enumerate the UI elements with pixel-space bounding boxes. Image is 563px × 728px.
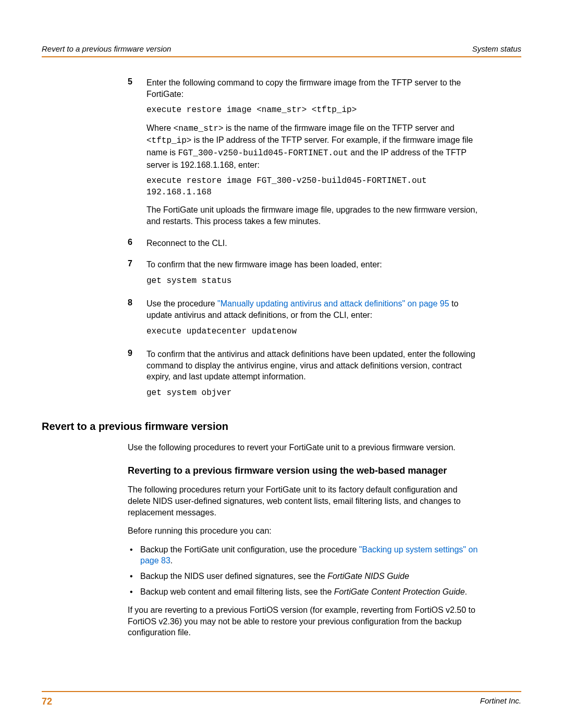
inline-code: FGT_300-v250-build045-FORTINET.out: [178, 149, 348, 158]
step-number: 8: [128, 298, 146, 343]
step5-p3: The FortiGate unit uploads the firmware …: [146, 204, 482, 227]
step6-p1: Reconnect to the CLI.: [146, 238, 482, 249]
page-number: 72: [42, 696, 52, 707]
step-number: 7: [128, 259, 146, 293]
list-item: Backup web content and email filtering l…: [128, 586, 482, 598]
step-body: Reconnect to the CLI.: [146, 238, 482, 254]
step5-p2: Where <name_str> is the name of the firm…: [146, 122, 482, 170]
text: is the name of the firmware image file o…: [224, 124, 455, 132]
section-heading-h3: Reverting to a previous firmware version…: [128, 465, 482, 477]
step-5: 5 Enter the following command to copy th…: [128, 77, 482, 232]
running-header: Revert to a previous firmware version Sy…: [42, 44, 521, 57]
text: .: [465, 587, 467, 596]
doc-ref: FortiGate NIDS Guide: [327, 572, 409, 581]
step5-code2: execute restore image FGT_300-v250-build…: [146, 176, 482, 198]
page: Revert to a previous firmware version Sy…: [0, 0, 563, 728]
list-item: Backup the NIDS user defined signatures,…: [128, 571, 482, 582]
doc-ref: FortiGate Content Protection Guide: [334, 587, 465, 596]
header-right: System status: [472, 44, 521, 53]
xref-link[interactable]: "Manually updating antivirus and attack …: [217, 299, 449, 308]
step-number: 6: [128, 238, 146, 254]
step7-code1: get system status: [146, 276, 482, 287]
page-footer: 72 Fortinet Inc.: [42, 691, 521, 707]
step-body: To confirm that the new firmware image h…: [146, 259, 482, 293]
step-body: To confirm that the antivirus and attack…: [146, 349, 482, 405]
text: Use the procedure: [146, 299, 217, 308]
text: Backup web content and email filtering l…: [140, 587, 334, 596]
inline-code: <tftp_ip>: [146, 136, 191, 145]
text: .: [170, 556, 173, 565]
section-p2: Before running this procedure you can:: [128, 525, 482, 537]
section-heading-h2: Revert to a previous firmware version: [42, 421, 482, 433]
bullet-list: Backup the FortiGate unit configuration,…: [128, 544, 482, 597]
content-area: 5 Enter the following command to copy th…: [128, 77, 482, 638]
text: Where: [146, 124, 174, 132]
step5-code1: execute restore image <name_str> <tftp_i…: [146, 105, 482, 116]
step-9: 9 To confirm that the antivirus and atta…: [128, 349, 482, 405]
section-intro: Use the following procedures to revert y…: [128, 442, 482, 453]
step-number: 9: [128, 349, 146, 405]
header-left: Revert to a previous firmware version: [42, 44, 171, 53]
step-7: 7 To confirm that the new firmware image…: [128, 259, 482, 293]
text: Backup the FortiGate unit configuration,…: [140, 545, 359, 554]
step-number: 5: [128, 77, 146, 232]
step5-p1: Enter the following command to copy the …: [146, 77, 482, 100]
step-body: Enter the following command to copy the …: [146, 77, 482, 232]
list-item: Backup the FortiGate unit configuration,…: [128, 544, 482, 566]
step9-code1: get system objver: [146, 388, 482, 399]
step7-p1: To confirm that the new firmware image h…: [146, 259, 482, 270]
step8-p1: Use the procedure "Manually updating ant…: [146, 298, 482, 320]
footer-company: Fortinet Inc.: [480, 696, 521, 707]
step9-p1: To confirm that the antivirus and attack…: [146, 349, 482, 382]
text: Backup the NIDS user defined signatures,…: [140, 572, 327, 581]
step8-code1: execute updatecenter updatenow: [146, 326, 482, 338]
inline-code: <name_str>: [174, 124, 224, 133]
section-p1: The following procedures return your For…: [128, 484, 482, 518]
step-6: 6 Reconnect to the CLI.: [128, 238, 482, 254]
step-body: Use the procedure "Manually updating ant…: [146, 298, 482, 343]
section-p3: If you are reverting to a previous Forti…: [128, 604, 482, 638]
step-8: 8 Use the procedure "Manually updating a…: [128, 298, 482, 343]
